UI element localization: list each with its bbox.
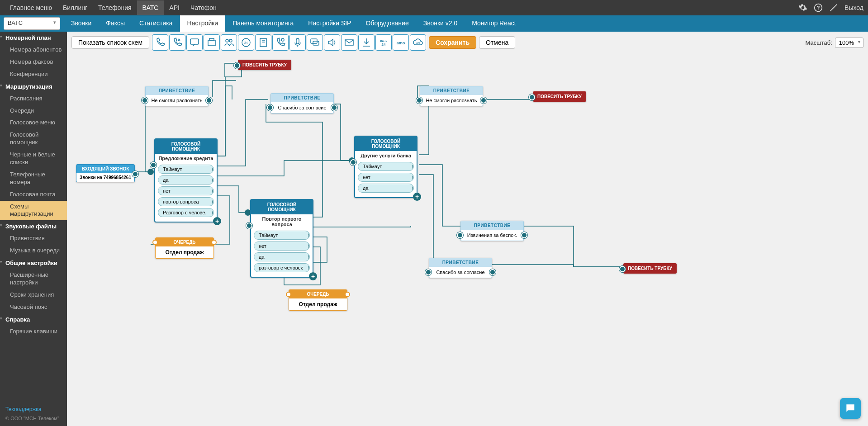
tab-equipment[interactable]: Оборудование [358,15,416,32]
node-voice-assistant-2[interactable]: ГОЛОСОВОЙ ПОМОЩНИК Повтор первого вопрос… [250,199,313,278]
help-icon[interactable]: ? [814,3,823,12]
sidebar-item-hotkeys[interactable]: Горячие клавиши [0,326,67,338]
port-in[interactable] [416,97,422,104]
tool-download-icon[interactable] [358,34,375,51]
node-queue-1[interactable]: ОЧЕРЕДЬ Отдел продаж [155,237,214,259]
tab-react-monitor[interactable]: Монитор React [465,15,523,32]
save-button[interactable]: Сохранить [429,36,476,49]
port-opt[interactable] [308,243,310,250]
node-hangup-3[interactable]: ПОВЕСИТЬ ТРУБКУ [623,263,677,274]
tab-stats[interactable]: Статистика [132,15,180,32]
port-in[interactable] [425,269,432,275]
tool-chat-lines-icon[interactable] [307,34,323,51]
voice-opt-no[interactable]: нет [254,241,310,251]
voice-opt-repeat[interactable]: повтор вопроса [158,197,214,206]
node-hangup-2[interactable]: ПОВЕСИТЬ ТРУБКУ [533,91,586,102]
port-opt[interactable] [413,174,414,181]
zoom-select[interactable]: 100% [835,38,863,48]
port-in[interactable] [234,62,240,69]
show-list-button[interactable]: Показать список схем [71,36,149,49]
tool-bitrix-icon[interactable]: Bitrix24 [375,34,392,51]
topnav-chatofon[interactable]: Чатофон [185,0,222,15]
sidebar-group-numberplan[interactable]: Номерной план [0,32,67,44]
sidebar-item-routing-schemes[interactable]: Схемы маршрутизации [0,201,67,221]
voice-opt-timeout[interactable]: ТаймаутT [254,231,310,240]
port-opt[interactable]: T [308,232,310,239]
sidebar-item-advanced[interactable]: Расширенные настройки [0,269,67,289]
sidebar-item-phonenumbers[interactable]: Телефонные номера [0,169,67,189]
tools-icon[interactable] [829,3,838,12]
tab-calls[interactable]: Звонки [64,15,99,32]
tool-speaker-icon[interactable] [324,34,340,51]
topnav-vats[interactable]: ВАТС [137,0,164,15]
flow-canvas[interactable]: ВХОДЯЩИЙ ЗВОНОК Звонки на 74996854261 ПО… [67,32,868,426]
node-voice-assistant-3[interactable]: ГОЛОСОВОЙ ПОМОЩНИК Другие услуги банка Т… [354,136,417,198]
voice-add-option[interactable]: + [413,193,421,201]
port-opt[interactable] [213,199,214,206]
node-queue-2[interactable]: ОЧЕРЕДЬ Отдел продаж [289,289,347,311]
sidebar-item-conferences[interactable]: Конференции [0,68,67,80]
logout-link[interactable]: Выход [844,4,863,11]
chat-fab[interactable] [840,398,861,419]
port-in[interactable] [150,162,157,168]
node-greeting-3[interactable]: ПРИВЕТСТВИЕ Не смогли распознать [420,86,483,106]
tab-monitoring[interactable]: Панель мониторинга [225,15,301,32]
voice-opt-human[interactable]: Разговор с челове. [158,208,214,217]
port-opt[interactable] [213,188,214,195]
port-in[interactable] [267,104,273,111]
tool-chat-icon[interactable] [186,34,203,51]
voice-add-option[interactable]: + [309,272,317,280]
port-opt[interactable]: T [413,163,414,170]
port-in[interactable] [246,222,252,229]
tool-clock-icon[interactable]: 24 [238,34,254,51]
tool-phone-icon[interactable] [152,34,168,51]
sidebar-item-ivr[interactable]: Голосовое меню [0,117,67,129]
sidebar-group-routing[interactable]: Маршрутизация [0,80,67,93]
sidebar-item-timezone[interactable]: Часовой пояс [0,301,67,313]
port-in[interactable] [286,292,291,297]
topnav-api[interactable]: API [164,0,185,15]
port-out[interactable] [489,269,496,275]
voice-opt-human[interactable]: разговор с человек [254,263,310,272]
topnav-main[interactable]: Главное меню [5,0,57,15]
sidebar-item-assistant[interactable]: Голосовой помощник [0,129,67,149]
sidebar-item-subscribers[interactable]: Номера абонентов [0,44,67,56]
voice-opt-timeout[interactable]: ТаймаутT [158,165,214,174]
voice-opt-no[interactable]: нет [158,186,214,195]
port-out[interactable] [331,104,337,111]
node-greeting-1[interactable]: ПРИВЕТСТВИЕ Не смогли распознать [145,86,209,106]
sidebar-group-audio[interactable]: Звуковые файлы [0,220,67,232]
tab-settings[interactable]: Настройки [180,15,226,32]
voice-opt-yes[interactable]: да [358,184,414,193]
port-in[interactable] [619,266,626,272]
gear-icon[interactable] [798,3,807,12]
sidebar-group-general[interactable]: Общие настройки [0,257,67,269]
sidebar-item-queues[interactable]: Очереди [0,105,67,117]
tab-sip[interactable]: Настройки SIP [301,15,358,32]
node-voice-assistant-1[interactable]: ГОЛОСОВОЙ ПОМОЩНИК Предложение кредита Т… [154,138,218,222]
context-dropdown[interactable]: ВАТС [4,17,60,30]
canvas-area[interactable]: Показать список схем 24 Bitrix24 amo API [67,32,868,426]
sidebar-item-voicemail[interactable]: Голосовая почта [0,189,67,201]
port-in[interactable] [152,240,158,245]
cancel-button[interactable]: Отмена [479,36,515,49]
voice-opt-yes[interactable]: да [254,252,310,261]
tool-group-icon[interactable] [221,34,237,51]
sidebar-item-schedules[interactable]: Расписания [0,93,67,105]
port-out[interactable] [480,97,487,104]
tool-phone-arrow-icon[interactable] [169,34,185,51]
sidebar-item-hold-music[interactable]: Музыка в очереди [0,245,67,257]
tool-mic-icon[interactable] [289,34,306,51]
port-in[interactable] [350,159,356,166]
port-opt[interactable] [308,254,310,261]
tab-calls2[interactable]: Звонки v2.0 [416,15,465,32]
port-opt[interactable] [413,185,414,192]
node-greeting-5[interactable]: ПРИВЕТСТВИЕ Спасибо за согласие [429,258,492,278]
port-opt[interactable] [213,209,214,217]
node-greeting-4[interactable]: ПРИВЕТСТВИЕ Извинения за беспок. [460,221,524,241]
node-greeting-2[interactable]: ПРИВЕТСТВИЕ Спасибо за согласие [270,93,334,114]
voice-add-option[interactable]: + [213,217,221,225]
port-out[interactable] [132,171,138,177]
port-in[interactable] [457,232,463,238]
support-link[interactable]: Техподдержка [5,406,62,412]
